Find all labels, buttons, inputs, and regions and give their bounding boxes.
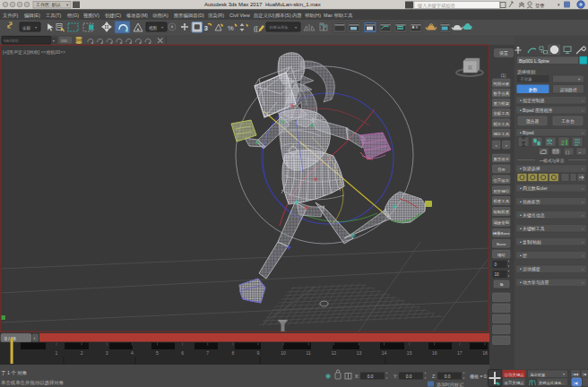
svg-text:框定工具: 框定工具 [492,122,509,126]
svg-text:0: 0 [495,262,497,267]
svg-text:4: 4 [131,350,134,356]
svg-text:X:: X: [355,374,359,379]
svg-text:Civil View: Civil View [229,13,250,18]
svg-text:塌陷: 塌陷 [497,253,506,257]
svg-text:权重工具: 权重工具 [492,199,509,203]
svg-text:• Biped: • Biped [520,131,534,135]
svg-text:轴定工具: 轴定工具 [493,132,509,136]
svg-text:视图(V): 视图(V) [83,13,99,19]
svg-text:图形编辑器(D): 图形编辑器(D) [174,13,204,19]
svg-text:重力框架: 重力框架 [493,101,509,106]
svg-text:—模式与显示: —模式与显示 [540,159,565,163]
svg-text:• 复制/粘贴: • 复制/粘贴 [520,239,541,245]
svg-text:8: 8 [231,350,234,356]
svg-text:18: 18 [482,350,488,356]
svg-text:视图: 视图 [149,25,157,31]
svg-text:键入关键字或短语: 键入关键字或短语 [417,3,455,9]
svg-text:• 运动捕捉: • 运动捕捉 [520,266,540,272]
svg-text:Y:: Y: [393,374,397,379]
svg-text:9: 9 [257,350,260,356]
svg-text:单击或单击并拖动以选择对象: 单击或单击并拖动以选择对象 [1,380,65,386]
svg-text:11: 11 [307,350,311,356]
svg-text:%: % [228,24,234,32]
svg-text:了 1 个 对象: 了 1 个 对象 [1,370,28,375]
svg-text:Bone: Bone [497,242,506,246]
svg-text:登录: 登录 [535,3,544,9]
svg-text:0.0: 0.0 [406,374,412,379]
svg-text:(1): (1) [501,73,506,78]
svg-text:对齐轴心: 对齐轴心 [493,188,509,194]
svg-text:14: 14 [382,350,387,356]
svg-text:16: 16 [432,350,437,356]
svg-text:动画(A): 动画(A) [152,13,169,18]
svg-text:选择级别:: 选择级别: [517,69,536,75]
svg-text:工作区: 默认: 工作区: 默认 [36,2,61,7]
svg-text:设置关键点: 设置关键点 [505,381,525,385]
svg-text:添加时间标记: 添加时间标记 [437,382,463,387]
svg-text:内容: 内容 [292,13,302,18]
svg-text:绘制权重: 绘制权重 [493,210,509,214]
svg-text:0 / 18: 0 / 18 [4,336,16,341]
svg-text:7: 7 [206,350,209,356]
svg-text:3: 3 [106,350,108,356]
svg-text:位置锁定: 位置锁定 [493,178,509,183]
svg-text:>: > [505,143,507,148]
svg-text:文件(F): 文件(F) [3,13,19,18]
svg-text:▾: ▾ [53,39,55,43]
svg-text:100: 100 [61,39,67,43]
svg-text:渲染(R): 渲染(R) [207,13,224,18]
svg-text:• 扭曲姿势: • 扭曲姿势 [520,199,540,205]
svg-text:• 动力学与适应: • 动力学与适应 [520,280,549,285]
svg-text:Z:: Z: [432,374,436,379]
svg-text:Autodesk 3ds Max 2017: Autodesk 3ds Max 2017 [204,2,263,7]
svg-text:15: 15 [407,350,412,356]
svg-text:10: 10 [281,350,286,356]
svg-text:镜像Bone: 镜像Bone [492,231,511,236]
svg-text:• 四元数/Euler: • 四元数/Euler [520,185,548,192]
svg-text:• Biped 应用程序: • Biped 应用程序 [520,108,553,114]
svg-text:• 层: • 层 [520,254,527,258]
svg-text:组(G): 组(G) [67,13,79,18]
svg-text:HuaMuLan-skin_1.max: HuaMuLan-skin_1.max [265,2,321,7]
svg-text:|◀◀: |◀◀ [573,373,579,376]
svg-text:3: 3 [204,24,209,32]
svg-text:|◀: |◀ [583,373,586,376]
svg-text:0.0: 0.0 [445,374,451,379]
svg-text:↹: ↹ [500,282,504,287]
svg-text:• 关键帧工具: • 关键帧工具 [520,226,545,232]
svg-text:<: < [495,143,497,148]
svg-text:混合器: 混合器 [526,118,540,125]
svg-text:⌐: ⌐ [579,150,582,155]
svg-text:工具(T): 工具(T) [46,13,62,18]
svg-text:数字分离: 数字分离 [493,91,509,96]
svg-text:选定对象: 选定对象 [530,373,546,377]
svg-text:5: 5 [156,350,159,356]
svg-text:• 关键点信息: • 关键点信息 [520,212,545,219]
svg-text:参数: 参数 [529,87,538,92]
svg-text:({: ({ [254,25,258,32]
svg-text:修改器(M): 修改器(M) [125,13,148,19]
svg-text:关键点过滤器...: 关键点过滤器... [539,381,565,385]
svg-text:2: 2 [81,350,83,356]
svg-text:帮助(H): 帮助(H) [305,13,321,18]
svg-text:12: 12 [332,350,337,356]
svg-text:脚本(S): 脚本(S) [275,13,291,18]
svg-text:设置: 设置 [498,50,508,56]
svg-text:Max 帮助工具: Max 帮助工具 [324,13,353,18]
svg-text:10: 10 [495,272,500,277]
svg-text:工作台: 工作台 [561,118,575,125]
svg-text:编辑(E): 编辑(E) [24,13,40,18]
svg-text:MAX帮助: MAX帮助 [4,39,19,43]
svg-text:0.0: 0.0 [368,374,374,379]
svg-text:1: 1 [56,350,58,356]
svg-text:子对象: 子对象 [520,77,532,82]
svg-text:6: 6 [181,350,184,356]
svg-text:前: 前 [468,64,472,70]
svg-text:13: 13 [357,350,362,356]
svg-text:• 指定控制器: • 指定控制器 [520,98,545,104]
svg-text:( ): ( ) [566,150,570,155]
svg-text:17: 17 [457,350,463,356]
svg-text:• 轨迹选择: • 轨迹选择 [520,166,540,172]
svg-text:|◀|: |◀| [574,382,578,385]
svg-text:创建(C): 创建(C) [105,13,121,19]
